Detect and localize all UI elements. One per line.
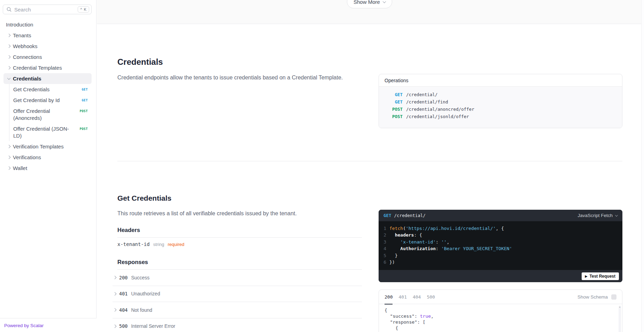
chevron-right-icon — [7, 167, 11, 170]
response-label: Internal Server Error — [131, 323, 175, 329]
page-scrollbar[interactable] — [641, 0, 644, 332]
response-tab-401[interactable]: 401 — [398, 290, 406, 304]
sidebar-item-get-credentials[interactable]: Get CredentialsGET — [9, 84, 92, 95]
code-text: } — [389, 252, 397, 259]
sidebar-item-offer-credential-json-ld[interactable]: Offer Credential (JSON-LD)POST — [9, 123, 92, 141]
code-token: fetch — [389, 226, 403, 231]
get-credentials-description: This route retrieves a list of all verif… — [117, 210, 372, 217]
sidebar-item-label: Credentials — [13, 76, 41, 82]
sidebar-item-label: Connections — [13, 54, 42, 60]
endpoint-path: /credential/anoncred/offer — [406, 106, 474, 113]
code-token — [389, 239, 400, 245]
search-input[interactable]: Search ^ K — [3, 5, 92, 14]
responses-heading: Responses — [117, 259, 148, 265]
chevron-right-icon — [113, 308, 117, 312]
param-type: string — [153, 242, 164, 247]
sidebar-item-get-credential-by-id[interactable]: Get Credential by IdGET — [9, 95, 92, 106]
response-scrollbar[interactable]: ▲ — [619, 306, 621, 332]
code-line: 5 } — [381, 252, 622, 259]
method-badge: POST — [385, 113, 403, 120]
method-badge: GET — [385, 98, 403, 106]
chevron-down-icon — [7, 76, 11, 80]
show-schema-label: Show Schema — [577, 294, 608, 300]
chevron-right-icon — [113, 292, 117, 295]
search-icon — [7, 7, 11, 12]
page-title-credentials: Credentials — [117, 57, 163, 67]
json-token: "success": — [385, 314, 420, 319]
sidebar-item-introduction[interactable]: Introduction — [0, 19, 96, 30]
chevron-right-icon — [113, 276, 117, 279]
language-selector[interactable]: JavaScript Fetch — [577, 213, 618, 218]
endpoint-path: /credential/find — [406, 98, 448, 106]
line-number: 2 — [381, 232, 386, 238]
show-more-button[interactable]: Show More — [347, 0, 392, 8]
json-token: "response": [ — [385, 319, 425, 325]
sidebar-item-verifications[interactable]: Verifications — [0, 152, 96, 163]
operation-link-post-credential-anoncred-offer[interactable]: POST/credential/anoncred/offer — [385, 106, 616, 113]
show-more-label: Show More — [354, 0, 380, 5]
response-tab-200[interactable]: 200 — [385, 290, 393, 304]
sidebar-item-label: Verifications — [13, 154, 41, 160]
section-divider — [117, 161, 622, 161]
code-token: 'Bearer YOUR_SECRET_TOKEN' — [441, 246, 512, 251]
test-request-label: Test Request — [590, 274, 615, 279]
method-badge: GET — [385, 91, 403, 98]
chevron-right-icon — [7, 156, 11, 159]
param-name: x-tenant-id — [117, 241, 150, 247]
sidebar-item-connections[interactable]: Connections — [0, 52, 96, 62]
operation-link-post-credential-jsonld-offer[interactable]: POST/credential/jsonld/offer — [385, 113, 616, 120]
operations-card-title: Operations — [379, 74, 622, 87]
response-tab-404[interactable]: 404 — [413, 290, 421, 304]
code-line: 6}) — [381, 259, 622, 265]
request-method: GET — [383, 213, 391, 218]
response-tab-500[interactable]: 500 — [427, 290, 435, 304]
operations-list: GET/credential/GET/credential/findPOST/c… — [379, 87, 622, 128]
line-number: 3 — [381, 239, 386, 245]
search-placeholder: Search — [14, 7, 78, 13]
sidebar-item-credential-templates[interactable]: Credential Templates — [0, 62, 96, 73]
show-schema-toggle[interactable] — [611, 294, 616, 300]
sidebar-item-webhooks[interactable]: Webhooks — [0, 41, 96, 52]
method-badge: POST — [385, 106, 403, 113]
show-schema-control: Show Schema — [577, 294, 616, 300]
operation-link-get-credential[interactable]: GET/credential/ — [385, 91, 616, 98]
response-code: 500 — [119, 323, 127, 329]
sidebar-item-verification-templates[interactable]: Verification Templates — [0, 141, 96, 152]
code-token: ( — [403, 226, 406, 231]
test-request-button[interactable]: ▶ Test Request — [582, 272, 619, 280]
response-row-500[interactable]: 500Internal Server Error — [112, 318, 362, 332]
method-badge: GET — [82, 97, 88, 104]
response-card-header: 200401404500 Show Schema — [379, 290, 622, 304]
header-param-row: x-tenant-id string required — [117, 241, 184, 247]
sidebar-item-label: Tenants — [13, 32, 31, 38]
response-label: Success — [131, 275, 149, 280]
sidebar-item-credentials[interactable]: Credentials — [3, 73, 92, 84]
code-token — [389, 246, 400, 251]
endpoint-path: /credential/ — [406, 91, 437, 98]
language-selector-label: JavaScript Fetch — [577, 213, 613, 218]
chevron-right-icon — [7, 55, 11, 59]
code-token: : — [436, 239, 441, 245]
powered-by-scalar-link[interactable]: Powered by Scalar — [4, 323, 44, 328]
request-card-footer: ▶ Test Request — [379, 270, 622, 282]
sidebar-item-label: Credential Templates — [13, 65, 62, 71]
response-row-401[interactable]: 401Unauthorized — [112, 286, 362, 302]
operation-link-get-credential-find[interactable]: GET/credential/find — [385, 98, 616, 106]
response-code: 404 — [119, 307, 127, 313]
sidebar-item-tenants[interactable]: Tenants — [0, 30, 96, 41]
headers-heading: Headers — [117, 227, 140, 233]
request-path: /credential/ — [394, 213, 426, 218]
code-token: : — [436, 246, 441, 251]
sidebar-item-wallet[interactable]: Wallet — [0, 163, 96, 173]
response-row-200[interactable]: 200Success — [112, 270, 362, 286]
code-line: 2 headers: { — [381, 232, 622, 238]
code-token: , { — [496, 226, 504, 231]
json-token: { — [385, 325, 398, 331]
main-content: Show More Credentials Credential endpoin… — [97, 0, 641, 332]
sidebar-item-label: Wallet — [13, 165, 27, 171]
sidebar-item-offer-credential-anoncreds[interactable]: Offer Credential (Anoncreds)POST — [9, 106, 92, 123]
chevron-right-icon — [7, 45, 11, 48]
json-line: "response": [ — [385, 319, 616, 325]
response-row-404[interactable]: 404Not found — [112, 302, 362, 318]
json-line: { — [385, 307, 616, 313]
